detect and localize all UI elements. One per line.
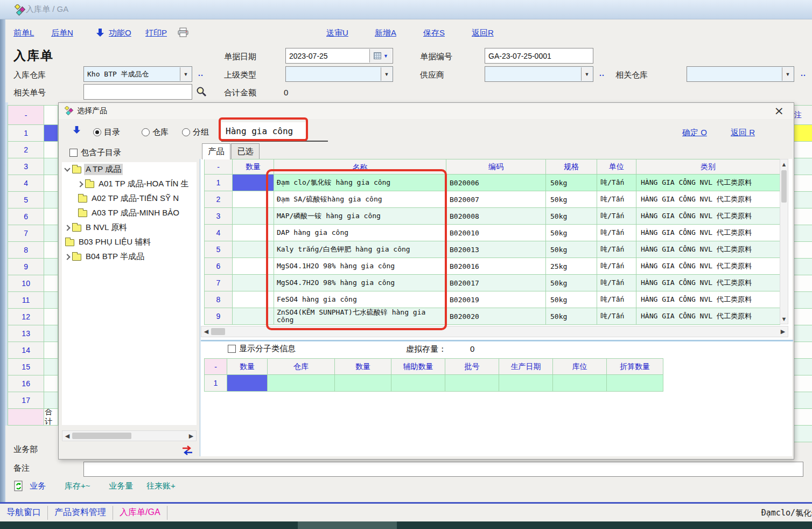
scrollbar-thumb[interactable]: [781, 170, 787, 203]
grid-cell[interactable]: [44, 158, 58, 175]
grid-row[interactable]: 10: [8, 275, 58, 292]
dialog-back-button[interactable]: 返回 R: [731, 128, 755, 138]
product-code-cell[interactable]: B020010: [446, 225, 546, 241]
function-menu-button[interactable]: 功能O: [109, 28, 131, 38]
tree-item[interactable]: A TP 成品: [62, 162, 197, 177]
scrollbar-thumb[interactable]: [72, 433, 131, 440]
detail-proddate-cell[interactable]: [499, 375, 553, 392]
detail-header-convqty[interactable]: 折算数量: [607, 359, 663, 375]
product-row-number[interactable]: 8: [205, 291, 233, 308]
product-row[interactable]: 2 Đạm SA/硫酸铵hàng gia công B020007 50kg 吨…: [205, 191, 780, 208]
grid-cell[interactable]: [44, 309, 58, 325]
tree-item-label[interactable]: B NVL 原料: [84, 222, 129, 233]
function-arrow-icon[interactable]: [96, 28, 104, 37]
product-search-input[interactable]: [221, 122, 307, 140]
product-unit-cell[interactable]: 吨/Tấn: [597, 241, 636, 258]
grid-cell[interactable]: [794, 225, 812, 242]
product-unit-cell[interactable]: 吨/Tấn: [597, 308, 636, 325]
account-tab[interactable]: 往来账+: [146, 481, 176, 491]
detail-header-warehouse[interactable]: 仓库: [268, 359, 335, 375]
warehouse-select[interactable]: Kho BTP 半成品仓 ▼: [83, 66, 192, 82]
product-code-cell[interactable]: B020019: [446, 291, 546, 308]
tree-item-label[interactable]: A01 TP 成品-HOA TÍN 生: [97, 178, 191, 190]
doc-date-input[interactable]: 2023-07-25 ▼: [285, 48, 393, 64]
product-code-cell[interactable]: B020016: [446, 258, 546, 275]
detail-qty-cell[interactable]: [227, 375, 268, 392]
tree-item[interactable]: A02 TP 成品-TIẾN SỸ N: [62, 191, 197, 206]
row-number[interactable]: 14: [8, 342, 44, 359]
scroll-left-icon[interactable]: ◀: [62, 431, 72, 441]
row-number[interactable]: 17: [8, 392, 44, 409]
product-row-number[interactable]: 4: [205, 225, 233, 241]
product-qty-cell[interactable]: [233, 258, 274, 275]
product-code-cell[interactable]: B020007: [446, 191, 546, 208]
detail-batch-cell[interactable]: [445, 375, 499, 392]
product-spec-cell[interactable]: 50kg: [546, 191, 597, 208]
product-qty-cell[interactable]: [233, 308, 274, 325]
product-vertical-scrollbar[interactable]: ▲ ▼: [780, 159, 788, 324]
product-category-cell[interactable]: HÀNG GIA CÔNG NVL 代工类原料: [636, 175, 780, 191]
product-row[interactable]: 1 Đạm clo/氯化铵 hàng gia công B020006 50kg…: [205, 175, 780, 191]
grid-cell[interactable]: [44, 392, 58, 409]
row-number[interactable]: 7: [8, 225, 44, 242]
save-button[interactable]: 保存S: [423, 28, 445, 38]
tab-selected[interactable]: 已选: [231, 143, 260, 159]
grid-cell[interactable]: [794, 259, 812, 275]
product-row-number[interactable]: 6: [205, 258, 233, 275]
col-header-name[interactable]: 名称: [274, 159, 446, 175]
row-number[interactable]: 12: [8, 309, 44, 325]
print-button[interactable]: 打印P: [145, 28, 167, 38]
product-row-number[interactable]: 5: [205, 241, 233, 258]
grid-row[interactable]: 15: [8, 359, 58, 375]
taskbar-item[interactable]: 入库单/GA: [113, 506, 167, 520]
tree-item[interactable]: B NVL 原料: [62, 220, 197, 235]
row-number[interactable]: 13: [8, 325, 44, 342]
grid-cell[interactable]: [794, 125, 812, 142]
product-row-number[interactable]: 2: [205, 191, 233, 208]
tree-expander-icon[interactable]: [64, 165, 70, 171]
grid-cell[interactable]: [794, 426, 812, 442]
grid-cell[interactable]: [794, 409, 812, 426]
product-code-cell[interactable]: B020017: [446, 275, 546, 291]
chevron-down-icon[interactable]: ▼: [180, 67, 191, 81]
product-qty-cell[interactable]: [233, 291, 274, 308]
related-no-input[interactable]: [83, 84, 192, 100]
product-spec-cell[interactable]: 50kg: [546, 241, 597, 258]
grid-cell[interactable]: [44, 325, 58, 342]
product-qty-cell[interactable]: [233, 191, 274, 208]
grid-row[interactable]: 16: [8, 375, 58, 392]
product-category-cell[interactable]: HÀNG GIA CÔNG NVL 代工类原料: [636, 308, 780, 325]
grid-cell[interactable]: [794, 325, 812, 342]
row-number[interactable]: 1: [8, 125, 44, 142]
chevron-down-icon[interactable]: ▼: [782, 67, 793, 81]
product-qty-cell[interactable]: [233, 275, 274, 291]
grid-cell[interactable]: [794, 158, 812, 175]
product-row[interactable]: 8 FeSO4 hàng gia công B020019 50kg 吨/Tấn…: [205, 291, 780, 308]
col-header-category[interactable]: 类别: [636, 159, 780, 175]
grid-row[interactable]: 11: [8, 292, 58, 309]
grid-row[interactable]: 13: [8, 325, 58, 342]
tree-horizontal-scrollbar[interactable]: ◀ ▶: [62, 430, 197, 441]
grid-row[interactable]: 2: [8, 142, 58, 158]
scroll-left-icon[interactable]: ◀: [201, 326, 211, 337]
tree-expander-icon[interactable]: [64, 225, 70, 231]
row-number[interactable]: 2: [8, 142, 44, 158]
product-spec-cell[interactable]: 50kg: [546, 225, 597, 241]
grid-cell[interactable]: [794, 275, 812, 292]
product-unit-cell[interactable]: 吨/Tấn: [597, 225, 636, 241]
detail-location-cell[interactable]: [553, 375, 607, 392]
product-spec-cell[interactable]: 50kg: [546, 175, 597, 191]
grid-cell[interactable]: [794, 309, 812, 325]
grid-cell[interactable]: [794, 242, 812, 259]
detail-row-number[interactable]: 1: [205, 375, 227, 392]
supplier-select[interactable]: ▼: [485, 66, 593, 82]
grid-cell[interactable]: [44, 275, 58, 292]
radio-warehouse[interactable]: 仓库: [142, 127, 169, 137]
grid-cell[interactable]: [44, 242, 58, 259]
taskbar-item[interactable]: 产品资料管理: [48, 506, 113, 520]
detail-header-location[interactable]: 库位: [553, 359, 607, 375]
prev-doc-button[interactable]: 前单L: [13, 28, 34, 38]
product-unit-cell[interactable]: 吨/Tấn: [597, 191, 636, 208]
grid-cell[interactable]: [794, 208, 812, 225]
chevron-down-icon[interactable]: ▼: [581, 67, 592, 81]
